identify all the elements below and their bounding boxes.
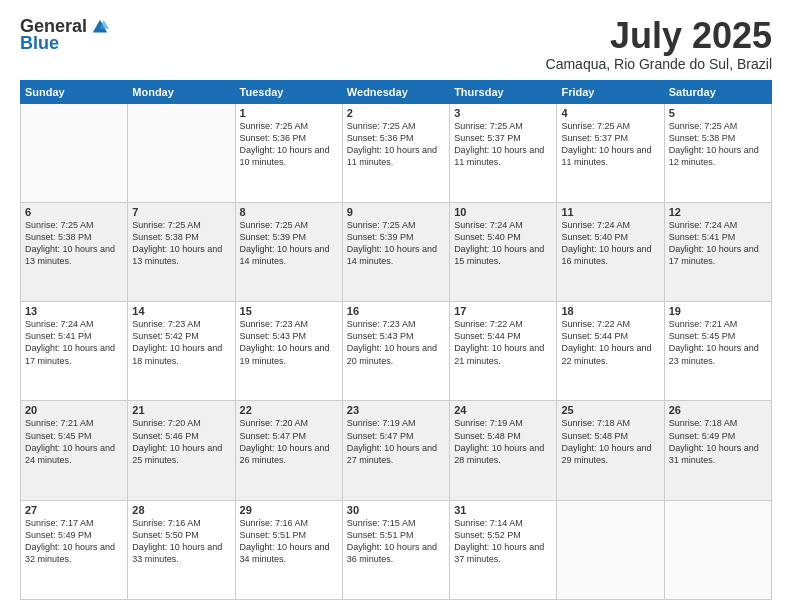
calendar-cell: 20Sunrise: 7:21 AM Sunset: 5:45 PM Dayli… (21, 401, 128, 500)
day-number: 29 (240, 504, 338, 516)
day-info: Sunrise: 7:16 AM Sunset: 5:50 PM Dayligh… (132, 517, 230, 566)
calendar-cell: 11Sunrise: 7:24 AM Sunset: 5:40 PM Dayli… (557, 202, 664, 301)
day-info: Sunrise: 7:25 AM Sunset: 5:39 PM Dayligh… (240, 219, 338, 268)
calendar-cell: 19Sunrise: 7:21 AM Sunset: 5:45 PM Dayli… (664, 302, 771, 401)
calendar-cell: 3Sunrise: 7:25 AM Sunset: 5:37 PM Daylig… (450, 103, 557, 202)
week-row-2: 6Sunrise: 7:25 AM Sunset: 5:38 PM Daylig… (21, 202, 772, 301)
day-info: Sunrise: 7:23 AM Sunset: 5:42 PM Dayligh… (132, 318, 230, 367)
day-number: 22 (240, 404, 338, 416)
day-number: 31 (454, 504, 552, 516)
calendar-cell: 1Sunrise: 7:25 AM Sunset: 5:36 PM Daylig… (235, 103, 342, 202)
day-number: 12 (669, 206, 767, 218)
calendar-cell: 9Sunrise: 7:25 AM Sunset: 5:39 PM Daylig… (342, 202, 449, 301)
calendar-cell: 13Sunrise: 7:24 AM Sunset: 5:41 PM Dayli… (21, 302, 128, 401)
calendar-cell: 23Sunrise: 7:19 AM Sunset: 5:47 PM Dayli… (342, 401, 449, 500)
day-info: Sunrise: 7:21 AM Sunset: 5:45 PM Dayligh… (25, 417, 123, 466)
day-info: Sunrise: 7:19 AM Sunset: 5:47 PM Dayligh… (347, 417, 445, 466)
day-number: 27 (25, 504, 123, 516)
day-info: Sunrise: 7:25 AM Sunset: 5:37 PM Dayligh… (454, 120, 552, 169)
day-info: Sunrise: 7:22 AM Sunset: 5:44 PM Dayligh… (454, 318, 552, 367)
day-info: Sunrise: 7:21 AM Sunset: 5:45 PM Dayligh… (669, 318, 767, 367)
calendar-cell: 28Sunrise: 7:16 AM Sunset: 5:50 PM Dayli… (128, 500, 235, 599)
day-number: 30 (347, 504, 445, 516)
day-number: 9 (347, 206, 445, 218)
week-row-4: 20Sunrise: 7:21 AM Sunset: 5:45 PM Dayli… (21, 401, 772, 500)
calendar-cell: 22Sunrise: 7:20 AM Sunset: 5:47 PM Dayli… (235, 401, 342, 500)
calendar-cell: 29Sunrise: 7:16 AM Sunset: 5:51 PM Dayli… (235, 500, 342, 599)
title-area: July 2025 Camaqua, Rio Grande do Sul, Br… (546, 16, 772, 72)
day-number: 5 (669, 107, 767, 119)
logo-blue-text: Blue (20, 33, 59, 54)
day-info: Sunrise: 7:16 AM Sunset: 5:51 PM Dayligh… (240, 517, 338, 566)
day-info: Sunrise: 7:24 AM Sunset: 5:40 PM Dayligh… (561, 219, 659, 268)
day-info: Sunrise: 7:18 AM Sunset: 5:48 PM Dayligh… (561, 417, 659, 466)
day-number: 18 (561, 305, 659, 317)
day-number: 21 (132, 404, 230, 416)
day-info: Sunrise: 7:25 AM Sunset: 5:38 PM Dayligh… (25, 219, 123, 268)
week-row-5: 27Sunrise: 7:17 AM Sunset: 5:49 PM Dayli… (21, 500, 772, 599)
calendar-cell: 14Sunrise: 7:23 AM Sunset: 5:42 PM Dayli… (128, 302, 235, 401)
calendar-cell: 8Sunrise: 7:25 AM Sunset: 5:39 PM Daylig… (235, 202, 342, 301)
day-number: 2 (347, 107, 445, 119)
logo: General Blue (20, 16, 109, 54)
header: General Blue July 2025 Camaqua, Rio Gran… (20, 16, 772, 72)
day-info: Sunrise: 7:23 AM Sunset: 5:43 PM Dayligh… (347, 318, 445, 367)
day-info: Sunrise: 7:24 AM Sunset: 5:41 PM Dayligh… (669, 219, 767, 268)
calendar-cell (21, 103, 128, 202)
week-row-3: 13Sunrise: 7:24 AM Sunset: 5:41 PM Dayli… (21, 302, 772, 401)
calendar-table: SundayMondayTuesdayWednesdayThursdayFrid… (20, 80, 772, 600)
calendar-cell: 10Sunrise: 7:24 AM Sunset: 5:40 PM Dayli… (450, 202, 557, 301)
day-number: 26 (669, 404, 767, 416)
calendar-cell: 17Sunrise: 7:22 AM Sunset: 5:44 PM Dayli… (450, 302, 557, 401)
calendar-cell (664, 500, 771, 599)
logo-icon (91, 18, 109, 36)
calendar-cell: 6Sunrise: 7:25 AM Sunset: 5:38 PM Daylig… (21, 202, 128, 301)
day-info: Sunrise: 7:24 AM Sunset: 5:40 PM Dayligh… (454, 219, 552, 268)
day-info: Sunrise: 7:19 AM Sunset: 5:48 PM Dayligh… (454, 417, 552, 466)
day-info: Sunrise: 7:20 AM Sunset: 5:47 PM Dayligh… (240, 417, 338, 466)
calendar-cell: 5Sunrise: 7:25 AM Sunset: 5:38 PM Daylig… (664, 103, 771, 202)
calendar-cell: 16Sunrise: 7:23 AM Sunset: 5:43 PM Dayli… (342, 302, 449, 401)
col-header-friday: Friday (557, 80, 664, 103)
day-number: 11 (561, 206, 659, 218)
day-number: 14 (132, 305, 230, 317)
calendar-cell (557, 500, 664, 599)
day-info: Sunrise: 7:25 AM Sunset: 5:37 PM Dayligh… (561, 120, 659, 169)
calendar-cell: 30Sunrise: 7:15 AM Sunset: 5:51 PM Dayli… (342, 500, 449, 599)
day-info: Sunrise: 7:23 AM Sunset: 5:43 PM Dayligh… (240, 318, 338, 367)
day-info: Sunrise: 7:20 AM Sunset: 5:46 PM Dayligh… (132, 417, 230, 466)
calendar-cell: 2Sunrise: 7:25 AM Sunset: 5:36 PM Daylig… (342, 103, 449, 202)
page: General Blue July 2025 Camaqua, Rio Gran… (0, 0, 792, 612)
day-info: Sunrise: 7:25 AM Sunset: 5:38 PM Dayligh… (132, 219, 230, 268)
calendar-cell: 31Sunrise: 7:14 AM Sunset: 5:52 PM Dayli… (450, 500, 557, 599)
day-number: 23 (347, 404, 445, 416)
calendar-cell: 27Sunrise: 7:17 AM Sunset: 5:49 PM Dayli… (21, 500, 128, 599)
calendar-cell: 18Sunrise: 7:22 AM Sunset: 5:44 PM Dayli… (557, 302, 664, 401)
day-info: Sunrise: 7:18 AM Sunset: 5:49 PM Dayligh… (669, 417, 767, 466)
day-number: 16 (347, 305, 445, 317)
day-number: 20 (25, 404, 123, 416)
day-number: 24 (454, 404, 552, 416)
calendar-cell: 7Sunrise: 7:25 AM Sunset: 5:38 PM Daylig… (128, 202, 235, 301)
day-number: 3 (454, 107, 552, 119)
day-number: 1 (240, 107, 338, 119)
calendar-cell (128, 103, 235, 202)
col-header-thursday: Thursday (450, 80, 557, 103)
month-title: July 2025 (546, 16, 772, 56)
calendar-cell: 26Sunrise: 7:18 AM Sunset: 5:49 PM Dayli… (664, 401, 771, 500)
subtitle: Camaqua, Rio Grande do Sul, Brazil (546, 56, 772, 72)
calendar-cell: 25Sunrise: 7:18 AM Sunset: 5:48 PM Dayli… (557, 401, 664, 500)
col-header-tuesday: Tuesday (235, 80, 342, 103)
day-number: 6 (25, 206, 123, 218)
day-number: 28 (132, 504, 230, 516)
day-info: Sunrise: 7:25 AM Sunset: 5:36 PM Dayligh… (240, 120, 338, 169)
calendar-cell: 24Sunrise: 7:19 AM Sunset: 5:48 PM Dayli… (450, 401, 557, 500)
day-number: 10 (454, 206, 552, 218)
day-number: 7 (132, 206, 230, 218)
col-header-sunday: Sunday (21, 80, 128, 103)
calendar-cell: 4Sunrise: 7:25 AM Sunset: 5:37 PM Daylig… (557, 103, 664, 202)
day-info: Sunrise: 7:25 AM Sunset: 5:39 PM Dayligh… (347, 219, 445, 268)
day-info: Sunrise: 7:25 AM Sunset: 5:38 PM Dayligh… (669, 120, 767, 169)
day-number: 8 (240, 206, 338, 218)
day-number: 13 (25, 305, 123, 317)
